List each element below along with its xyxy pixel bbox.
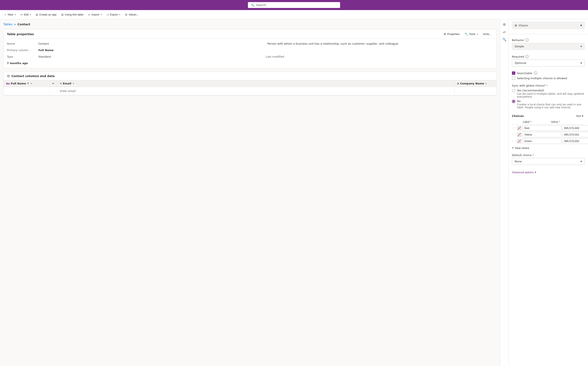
last-modified-label: Last modified: [266, 54, 493, 59]
description-value: Person with whom a business unit has a r…: [266, 41, 493, 53]
email-col-icon: ✉: [60, 82, 62, 85]
cell-email[interactable]: Enter email: [57, 88, 455, 94]
no-radio-content: No Creates a local choice that can only …: [517, 99, 585, 109]
right-panel: ⊞ Choice ▾ Behavior i Simple ▾ Required …: [508, 19, 588, 366]
label-required-star: *: [530, 121, 532, 123]
side-icon-search[interactable]: 🔍: [501, 36, 508, 43]
search-box[interactable]: 🔍 Search: [248, 2, 340, 8]
tools-chevron: ▾: [477, 33, 478, 35]
choice-value-input-green[interactable]: [562, 138, 588, 144]
behavior-section: Behavior i Simple ▾: [509, 36, 588, 55]
color-swatch-red[interactable]: [517, 126, 522, 130]
advanced-options-label: Advanced options: [512, 171, 534, 174]
no-radio[interactable]: [512, 100, 515, 103]
last-modified-value: 7 months ago: [7, 61, 38, 66]
searchable-checkbox[interactable]: [512, 71, 515, 75]
table-properties-title: Table properties: [7, 32, 34, 36]
required-info-icon[interactable]: i: [525, 55, 529, 58]
yes-radio-content: Yes (recommended) Can be used in multipl…: [517, 89, 585, 98]
tools-button[interactable]: 🔧 Tools ▾: [463, 32, 480, 37]
new-button[interactable]: ＋ New ▾: [2, 12, 18, 18]
cell-company: [455, 90, 496, 93]
type-section: ⊞ Choice ▾: [509, 19, 588, 34]
email-chevron: ▾: [73, 82, 74, 85]
advanced-options-button[interactable]: Advanced options ▾: [512, 170, 536, 175]
using-table-button[interactable]: ⊞ Using this table: [59, 12, 85, 17]
multiple-choices-checkbox[interactable]: [512, 76, 515, 80]
sync-label: Sync with global choice? *: [512, 84, 585, 87]
choice-label-input-red[interactable]: [522, 125, 561, 131]
behavior-dropdown[interactable]: Simple ▾: [512, 43, 585, 50]
default-choice-dropdown[interactable]: None ▾: [512, 158, 585, 165]
search-placeholder: Search: [256, 3, 266, 7]
import-chevron: ▾: [101, 13, 102, 16]
create-app-label: Create an app: [39, 13, 56, 16]
col-header-email[interactable]: ✉ Email ▾: [57, 80, 455, 87]
default-choice-value: None: [515, 160, 522, 163]
export-chevron: ▾: [119, 13, 120, 16]
col-header-edit[interactable]: ✏: [50, 80, 57, 87]
no-desc: Creates a local choice that can only be …: [517, 103, 585, 109]
tools-btn-label: Tools: [469, 32, 475, 36]
behavior-value: Simple: [515, 45, 524, 48]
multiple-choices-label: Selecting multiple choices is allowed: [517, 77, 567, 80]
col-header-fullname[interactable]: Aa Full Name ↑ ▾: [4, 80, 50, 87]
no-label: No: [517, 99, 585, 103]
color-swatch-yellow[interactable]: [517, 132, 522, 137]
required-value: Optional: [515, 61, 526, 65]
edit-button[interactable]: ✏ Edit ▾: [18, 12, 33, 17]
new-choice-button[interactable]: + New choice: [512, 145, 529, 151]
advanced-options-section: Advanced options ▾: [509, 170, 588, 177]
side-icon-table[interactable]: ⊞: [501, 21, 508, 28]
type-dropdown[interactable]: ⊞ Choice ▾: [512, 22, 585, 29]
sort-button[interactable]: Sort ▾: [575, 114, 585, 118]
searchable-info-icon[interactable]: i: [534, 71, 537, 75]
yes-radio[interactable]: [512, 89, 515, 92]
choice-value-input-yellow[interactable]: [562, 132, 588, 137]
required-dropdown[interactable]: Optional ▾: [512, 60, 585, 66]
drag-handle-green[interactable]: ⋮⋮: [512, 140, 516, 143]
name-value: Contact: [38, 41, 266, 46]
create-app-button[interactable]: ⊞ Create an app: [34, 12, 59, 17]
import-label: Import: [92, 13, 99, 16]
schedule-button[interactable]: Sche...: [481, 32, 493, 37]
tools-icon: 🔧: [465, 32, 468, 36]
drag-handle-yellow[interactable]: ⋮⋮: [512, 133, 516, 136]
required-chevron: ▾: [580, 61, 582, 65]
choice-label-input-yellow[interactable]: [522, 132, 561, 137]
plus-icon: ＋: [4, 13, 7, 16]
col-header-company[interactable]: ⊞ Company Name ▾: [455, 80, 496, 87]
behavior-info-icon[interactable]: i: [525, 38, 529, 42]
choice-label-input-green[interactable]: [522, 138, 561, 144]
left-panel: Tables > Contact Table properties ⚙ Prop…: [0, 19, 500, 366]
breadcrumb-separator: >: [14, 23, 16, 26]
type-dropdown-chevron: ▾: [580, 24, 582, 27]
new-label: New: [8, 13, 13, 16]
advanced-options-chevron: ▾: [535, 171, 536, 174]
primary-column-label: Primary column: [7, 48, 38, 53]
new-choice-label: New choice: [515, 146, 529, 150]
breadcrumb-tables[interactable]: Tables: [3, 23, 13, 26]
drag-handle-red[interactable]: ⋮⋮: [512, 127, 516, 130]
data-table: Aa Full Name ↑ ▾ ✏ ✉ Email ▾ ⊞ Company: [4, 80, 496, 95]
cell-edit: [50, 90, 57, 93]
choice-value-input-red[interactable]: [562, 125, 588, 131]
choice-row-green: ⋮⋮ ⋯: [512, 138, 585, 144]
edit-col-icon: ✏: [52, 82, 54, 85]
value-col-header: Value *: [551, 121, 585, 123]
breadcrumb-current: Contact: [17, 23, 30, 26]
side-icon-share[interactable]: ⇌: [501, 29, 508, 35]
columns-section: ⊞ Contact columns and data Aa Full Name …: [3, 72, 497, 96]
cell-fullname: [4, 90, 50, 93]
edit-label: Edit: [24, 13, 29, 16]
import-icon: ⇐: [88, 13, 91, 16]
properties-button[interactable]: ⚙ Properties: [442, 32, 461, 37]
new-choice-plus-icon: +: [512, 146, 514, 150]
choices-table-header: Label * Value *: [512, 120, 585, 124]
advanced-button[interactable]: ⚙ Advan...: [123, 12, 141, 17]
import-button[interactable]: ⇐ Import ▾: [86, 12, 104, 17]
color-swatch-green[interactable]: [517, 139, 522, 144]
top-bar: 🔍 Search: [0, 0, 588, 10]
yes-radio-row: Yes (recommended) Can be used in multipl…: [512, 89, 585, 98]
export-button[interactable]: ⇒ Export ▾: [104, 12, 122, 17]
